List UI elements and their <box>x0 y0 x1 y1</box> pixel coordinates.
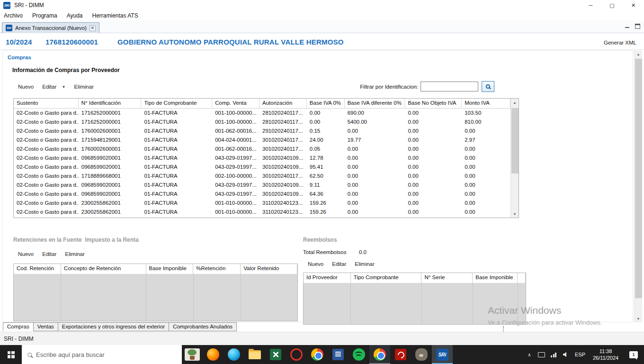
table-cell: 01-FACTURA <box>141 109 212 118</box>
notification-badge: 1 <box>629 351 638 358</box>
volume-tray-icon[interactable] <box>560 345 572 364</box>
reembolsos-eliminar-button[interactable]: Eliminar <box>355 261 375 267</box>
language-indicator[interactable]: ESP <box>572 345 588 364</box>
column-header[interactable]: Base Imponible <box>473 273 518 283</box>
taskbar-app-firefox[interactable] <box>203 345 224 364</box>
taskbar-app-acrobat[interactable] <box>390 345 411 364</box>
compras-column-header[interactable]: Sustento <box>14 99 79 109</box>
scrollbar-thumb[interactable] <box>635 59 642 298</box>
compras-column-header[interactable]: Base IVA 0% <box>307 99 345 109</box>
menu-programa[interactable]: Programa <box>27 12 62 19</box>
filter-search-button[interactable] <box>482 81 494 92</box>
taskbar-app-gimp[interactable] <box>411 345 432 364</box>
scroll-down-icon[interactable]: ▼ <box>511 210 519 218</box>
column-header[interactable]: Cod. Retención <box>14 264 61 274</box>
taskbar-app-spotify[interactable] <box>349 345 369 364</box>
action-center-button[interactable]: 1 <box>623 345 644 364</box>
editar-button[interactable]: Editar ▼ <box>42 84 65 90</box>
column-header[interactable]: N° Serie <box>421 273 473 283</box>
table-cell: 0.00 <box>462 145 510 154</box>
column-header[interactable]: Base Imponible <box>146 264 194 274</box>
panel-minimize-icon[interactable] <box>625 24 630 29</box>
compras-table-row[interactable]: 02-Costo o Gasto para d...17600026000010… <box>14 127 510 136</box>
panel-maximize-icon[interactable] <box>635 24 640 29</box>
compras-column-header[interactable]: Tipo de Comprobante <box>141 99 212 109</box>
taskbar-app-excel[interactable] <box>265 345 286 364</box>
taskbar-app-opera[interactable] <box>286 345 307 364</box>
minimize-button[interactable]: ─ <box>580 0 601 10</box>
network-tray-icon[interactable] <box>547 345 560 364</box>
maximize-button[interactable]: ▢ <box>601 0 623 10</box>
editar-label: Editar <box>42 84 56 90</box>
column-header[interactable]: Valor Retenido <box>241 264 297 274</box>
generar-xml-button[interactable]: Generar XML <box>604 40 636 46</box>
taskbar-app-chrome-2[interactable] <box>369 345 390 364</box>
compras-table-row[interactable]: 02-Costo o Gasto para d...17188896680010… <box>14 172 510 181</box>
taskbar-app-sri-dimm[interactable]: SRi <box>432 345 453 364</box>
menu-herramientas-ats[interactable]: Herramientas ATS <box>88 12 143 19</box>
column-header[interactable]: Id Proveedor <box>304 273 351 283</box>
tab-compras[interactable]: Compras <box>3 322 34 331</box>
eliminar-button[interactable]: Eliminar <box>74 84 94 90</box>
tab-anexo-transaccional[interactable]: SRi Anexo Transaccional (Nuevo) ✕ <box>2 22 99 33</box>
taskbar-interests[interactable] <box>182 345 203 364</box>
tab-comprobantes-anulados[interactable]: Comprobantes Anulados <box>169 322 237 331</box>
compras-table-row[interactable]: 02-Costo o Gasto para d...09685990200010… <box>14 163 510 172</box>
taskbar-app-word[interactable] <box>328 345 349 364</box>
chrome-icon <box>311 348 323 361</box>
compras-table-row[interactable]: 02-Costo o Gasto para d...09685990200010… <box>14 190 510 199</box>
compras-column-header[interactable]: Base IVA diferente 0% <box>345 99 405 109</box>
compras-table-row[interactable]: 02-Costo o Gasto para d...23002558620010… <box>14 208 510 217</box>
taskbar-search-input[interactable] <box>36 351 159 358</box>
hidden-icons-button[interactable]: ∧ <box>524 345 535 364</box>
tab-close-icon[interactable]: ✕ <box>89 25 96 31</box>
column-header[interactable]: Tipo Comprobante <box>351 273 422 283</box>
scroll-up-icon[interactable]: ▲ <box>511 99 519 106</box>
compras-table-row[interactable]: 02-Costo o Gasto para d...17159481290010… <box>14 136 510 145</box>
compras-table-row[interactable]: 02-Costo o Gasto para d...09685990200010… <box>14 181 510 190</box>
compras-table-row[interactable]: 02-Costo o Gasto para d...17162520000010… <box>14 118 510 127</box>
taskbar-search[interactable] <box>22 345 182 364</box>
start-button[interactable] <box>0 345 22 364</box>
compras-column-header[interactable]: Comp. Venta <box>212 99 259 109</box>
retenciones-eliminar-button[interactable]: Eliminar <box>65 251 85 257</box>
table-cell: 043-029-01997... <box>212 163 259 172</box>
column-header[interactable]: %Retención <box>193 264 241 274</box>
compras-table-row[interactable]: 02-Costo o Gasto para d...17162520000010… <box>14 109 510 118</box>
menu-archivo[interactable]: Archivo <box>0 12 27 19</box>
taskbar-app-edge[interactable] <box>224 345 244 364</box>
column-separator <box>421 283 422 324</box>
compras-column-header[interactable]: Autorización <box>259 99 307 109</box>
display-tray-icon[interactable] <box>535 345 547 364</box>
taskbar-app-chrome[interactable] <box>307 345 328 364</box>
nuevo-button[interactable]: Nuevo <box>18 84 34 90</box>
taskbar-clock[interactable]: 11:38 26/11/2024 <box>588 345 623 364</box>
scroll-up-icon[interactable]: ▲ <box>635 50 642 58</box>
compras-table-row[interactable]: 02-Costo o Gasto para d...09685990200010… <box>14 154 510 163</box>
compras-column-header[interactable]: Base No Objeto IVA <box>405 99 462 109</box>
reembolsos-editar-button[interactable]: Editar <box>332 261 346 267</box>
retenciones-editar-button[interactable]: Editar <box>42 251 56 257</box>
compras-column-header[interactable]: N° Identificación <box>79 99 142 109</box>
status-text: SRI - DIMM <box>4 336 34 342</box>
table-cell: 004-024-00001... <box>212 136 259 145</box>
table-cell: 311020240123... <box>259 199 307 208</box>
close-button[interactable]: ✕ <box>623 0 644 10</box>
reembolsos-nuevo-button[interactable]: Nuevo <box>308 261 323 267</box>
compras-column-header[interactable]: Monto IVA <box>462 99 510 109</box>
table-cell: 01-FACTURA <box>141 136 212 145</box>
taskbar-app-file-explorer[interactable] <box>244 345 265 364</box>
table-scrollbar[interactable]: ▲ ▼ <box>510 99 519 218</box>
content-scrollbar[interactable]: ▲ ▼ <box>634 50 642 322</box>
menu-ayuda[interactable]: Ayuda <box>62 12 88 19</box>
compras-table-row[interactable]: 02-Costo o Gasto para d...23002558620010… <box>14 199 510 208</box>
tab-ventas[interactable]: Ventas <box>33 322 58 331</box>
compras-table-row[interactable]: 02-Costo o Gasto para d...17600026000010… <box>14 145 510 154</box>
column-header[interactable]: Concepto de Retención <box>61 264 146 274</box>
scrollbar-thumb[interactable] <box>511 108 519 173</box>
chevron-down-icon[interactable]: ▼ <box>62 85 66 89</box>
filter-input[interactable] <box>420 82 478 91</box>
tab-exportaciones[interactable]: Exportaciones y otros ingresos del exter… <box>58 322 169 331</box>
scroll-down-icon[interactable]: ▼ <box>635 315 642 322</box>
retenciones-nuevo-button[interactable]: Nuevo <box>18 251 34 257</box>
